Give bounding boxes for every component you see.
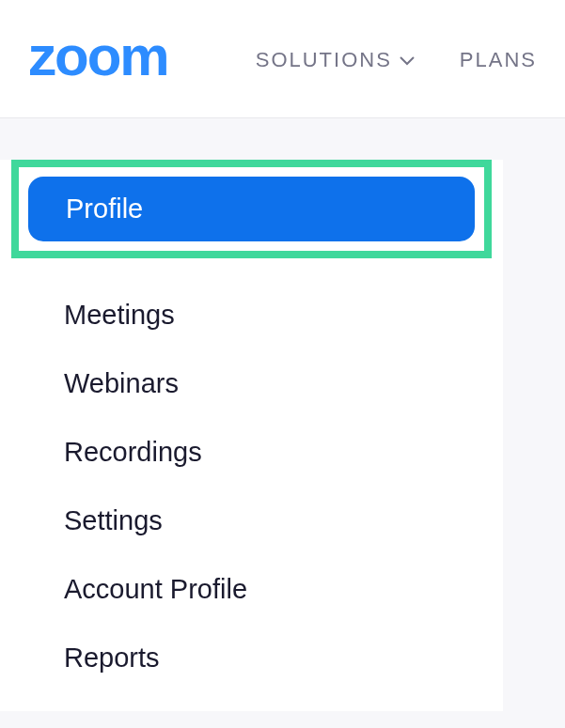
nav-plans-label: PLANS [460,48,537,72]
sidebar-item-account-profile[interactable]: Account Profile [0,555,503,624]
sidebar: Profile Meetings Webinars Recordings Set… [0,160,503,711]
content-area: Profile Meetings Webinars Recordings Set… [0,117,565,728]
nav-plans[interactable]: PLANS [460,48,537,72]
sidebar-item-label: Settings [64,505,163,535]
nav-items: SOLUTIONS PLANS [256,48,537,72]
header: zoom SOLUTIONS PLANS [0,0,565,117]
nav-solutions[interactable]: SOLUTIONS [256,48,415,72]
sidebar-item-label: Reports [64,643,160,673]
sidebar-item-recordings[interactable]: Recordings [0,418,503,487]
highlight-box: Profile [11,160,492,258]
sidebar-item-label: Meetings [64,300,175,330]
sidebar-item-webinars[interactable]: Webinars [0,349,503,418]
sidebar-item-meetings[interactable]: Meetings [0,281,503,349]
sidebar-item-settings[interactable]: Settings [0,487,503,555]
sidebar-item-label: Account Profile [64,574,247,604]
sidebar-item-label: Webinars [64,368,179,398]
chevron-down-icon [400,47,415,71]
nav-solutions-label: SOLUTIONS [256,48,392,72]
sidebar-item-reports[interactable]: Reports [0,624,503,692]
sidebar-item-profile[interactable]: Profile [28,177,475,241]
zoom-logo[interactable]: zoom [28,28,168,85]
sidebar-item-label: Profile [66,194,143,224]
sidebar-item-label: Recordings [64,437,202,467]
